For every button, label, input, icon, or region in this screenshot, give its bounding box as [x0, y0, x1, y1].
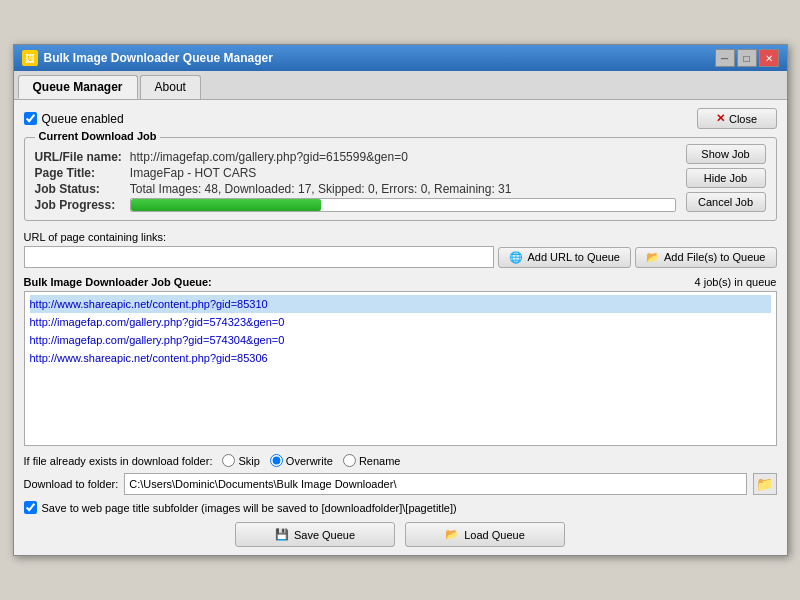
overwrite-label: Overwrite	[286, 455, 333, 467]
progress-row	[130, 198, 676, 212]
save-queue-button[interactable]: 💾 Save Queue	[235, 522, 395, 547]
load-queue-label: Load Queue	[464, 529, 525, 541]
folder-label: Download to folder:	[24, 478, 119, 490]
download-folder-row: Download to folder: 📁	[24, 473, 777, 495]
url-input[interactable]	[24, 246, 495, 268]
tab-queue-manager[interactable]: Queue Manager	[18, 75, 138, 99]
add-files-icon: 📂	[646, 251, 660, 264]
rename-radio[interactable]	[343, 454, 356, 467]
overwrite-option[interactable]: Overwrite	[270, 454, 333, 467]
maximize-button[interactable]: □	[737, 49, 757, 67]
title-bar-left: 🖼 Bulk Image Downloader Queue Manager	[22, 50, 273, 66]
rename-option[interactable]: Rename	[343, 454, 401, 467]
browse-folder-button[interactable]: 📁	[753, 473, 777, 495]
close-button[interactable]: ✕ Close	[697, 108, 777, 129]
subfolder-row: Save to web page title subfolder (images…	[24, 501, 777, 514]
load-icon: 📂	[445, 528, 459, 541]
progress-bar-container	[130, 198, 676, 212]
url-value: http://imagefap.com/gallery.php?gid=6155…	[130, 150, 676, 164]
bottom-buttons: 💾 Save Queue 📂 Load Queue	[24, 522, 777, 547]
cancel-job-button[interactable]: Cancel Job	[686, 192, 766, 212]
tab-bar: Queue Manager About	[14, 71, 787, 100]
subfolder-label: Save to web page title subfolder (images…	[42, 502, 457, 514]
folder-input[interactable]	[124, 473, 746, 495]
add-url-icon: 🌐	[509, 251, 523, 264]
file-exists-label: If file already exists in download folde…	[24, 455, 213, 467]
queue-enabled-label[interactable]: Queue enabled	[24, 112, 124, 126]
skip-label: Skip	[238, 455, 259, 467]
group-title: Current Download Job	[35, 130, 161, 142]
tab-about[interactable]: About	[140, 75, 201, 99]
job-content: URL/File name: http://imagefap.com/galle…	[35, 144, 766, 212]
main-window: 🖼 Bulk Image Downloader Queue Manager ─ …	[13, 44, 788, 556]
overwrite-radio[interactable]	[270, 454, 283, 467]
job-buttons: Show Job Hide Job Cancel Job	[686, 144, 766, 212]
queue-label: Bulk Image Downloader Job Queue:	[24, 276, 212, 288]
list-item: http://www.shareapic.net/content.php?gid…	[30, 349, 771, 367]
progress-label: Job Progress:	[35, 198, 122, 212]
save-icon: 💾	[275, 528, 289, 541]
status-label: Job Status:	[35, 182, 122, 196]
add-files-button[interactable]: 📂 Add File(s) to Queue	[635, 247, 777, 268]
rename-label: Rename	[359, 455, 401, 467]
close-icon: ✕	[716, 112, 725, 125]
status-value: Total Images: 48, Downloaded: 17, Skippe…	[130, 182, 676, 196]
url-section: URL of page containing links: 🌐 Add URL …	[24, 231, 777, 268]
page-label: Page Title:	[35, 166, 122, 180]
queue-list[interactable]: http://www.shareapic.net/content.php?gid…	[24, 291, 777, 446]
queue-enabled-checkbox[interactable]	[24, 112, 37, 125]
window-title: Bulk Image Downloader Queue Manager	[44, 51, 273, 65]
queue-enabled-text: Queue enabled	[42, 112, 124, 126]
file-exists-row: If file already exists in download folde…	[24, 454, 777, 467]
browse-icon: 📁	[756, 476, 773, 492]
list-item: http://imagefap.com/gallery.php?gid=5743…	[30, 331, 771, 349]
queue-count: 4 job(s) in queue	[695, 276, 777, 288]
window-close-button[interactable]: ✕	[759, 49, 779, 67]
url-input-row: 🌐 Add URL to Queue 📂 Add File(s) to Queu…	[24, 246, 777, 268]
add-files-label: Add File(s) to Queue	[664, 251, 766, 263]
url-label: URL/File name:	[35, 150, 122, 164]
window-controls: ─ □ ✕	[715, 49, 779, 67]
job-grid: URL/File name: http://imagefap.com/galle…	[35, 150, 676, 212]
show-job-button[interactable]: Show Job	[686, 144, 766, 164]
skip-radio[interactable]	[222, 454, 235, 467]
app-icon: 🖼	[22, 50, 38, 66]
progress-bar-fill	[131, 199, 321, 211]
queue-section: Bulk Image Downloader Job Queue: 4 job(s…	[24, 276, 777, 446]
job-details: URL/File name: http://imagefap.com/galle…	[35, 144, 676, 212]
hide-job-button[interactable]: Hide Job	[686, 168, 766, 188]
page-value: ImageFap - HOT CARS	[130, 166, 676, 180]
add-url-label: Add URL to Queue	[527, 251, 620, 263]
save-queue-label: Save Queue	[294, 529, 355, 541]
top-row: Queue enabled ✕ Close	[24, 108, 777, 129]
queue-header: Bulk Image Downloader Job Queue: 4 job(s…	[24, 276, 777, 288]
list-item: http://www.shareapic.net/content.php?gid…	[30, 295, 771, 313]
subfolder-checkbox[interactable]	[24, 501, 37, 514]
main-content: Queue enabled ✕ Close Current Download J…	[14, 100, 787, 555]
minimize-button[interactable]: ─	[715, 49, 735, 67]
skip-option[interactable]: Skip	[222, 454, 259, 467]
title-bar: 🖼 Bulk Image Downloader Queue Manager ─ …	[14, 45, 787, 71]
close-label: Close	[729, 113, 757, 125]
current-job-group: Current Download Job URL/File name: http…	[24, 137, 777, 221]
url-section-label: URL of page containing links:	[24, 231, 777, 243]
load-queue-button[interactable]: 📂 Load Queue	[405, 522, 565, 547]
add-url-button[interactable]: 🌐 Add URL to Queue	[498, 247, 631, 268]
list-item: http://imagefap.com/gallery.php?gid=5743…	[30, 313, 771, 331]
